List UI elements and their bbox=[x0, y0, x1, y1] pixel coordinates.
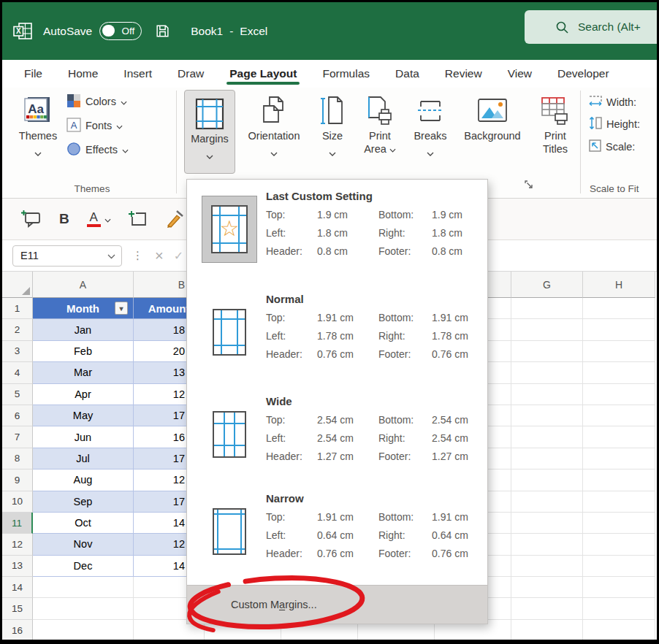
cell[interactable] bbox=[583, 620, 655, 640]
filter-dropdown-icon[interactable]: ▾ bbox=[115, 302, 128, 315]
row-header-1[interactable]: 1 bbox=[2, 298, 33, 319]
cell[interactable] bbox=[511, 598, 583, 619]
cell-month[interactable]: Sep bbox=[33, 491, 134, 513]
excel-app-icon[interactable]: X bbox=[13, 22, 33, 40]
cell[interactable] bbox=[583, 469, 655, 491]
colors-button[interactable]: Colors bbox=[66, 92, 153, 111]
cell[interactable] bbox=[511, 362, 583, 383]
column-header-a[interactable]: A bbox=[33, 272, 134, 298]
cell[interactable] bbox=[511, 620, 583, 640]
table-header-month[interactable]: Month▾ bbox=[33, 298, 134, 319]
cell[interactable] bbox=[583, 556, 655, 577]
scale-control[interactable]: Scale: bbox=[588, 139, 657, 155]
cell[interactable] bbox=[583, 341, 655, 362]
height-control[interactable]: Height: bbox=[588, 116, 657, 132]
cell-month[interactable]: Jan bbox=[33, 319, 134, 340]
cell-month[interactable]: Nov bbox=[33, 534, 134, 555]
cell[interactable] bbox=[583, 448, 655, 469]
row-header-11-active[interactable]: 11 bbox=[2, 513, 33, 534]
cell-month[interactable]: Apr bbox=[33, 384, 134, 405]
cell[interactable] bbox=[583, 298, 655, 319]
tab-insert[interactable]: Insert bbox=[122, 60, 153, 88]
cell[interactable] bbox=[583, 491, 655, 513]
cell[interactable] bbox=[583, 598, 655, 619]
tab-view[interactable]: View bbox=[506, 60, 533, 88]
cell[interactable] bbox=[583, 577, 655, 598]
format-painter-icon[interactable] bbox=[165, 210, 184, 229]
row-header-2[interactable]: 2 bbox=[2, 319, 33, 340]
row-header-12[interactable]: 12 bbox=[2, 534, 33, 555]
custom-margins-item[interactable]: Custom Margins... bbox=[187, 585, 487, 624]
select-all-corner[interactable] bbox=[2, 272, 33, 298]
bold-button[interactable]: B bbox=[59, 211, 69, 227]
cell[interactable] bbox=[511, 534, 583, 555]
cell[interactable] bbox=[583, 426, 655, 448]
cell-month[interactable]: Feb bbox=[33, 341, 134, 362]
cell[interactable] bbox=[511, 319, 583, 340]
cell-month[interactable]: May bbox=[33, 405, 134, 426]
insert-cells-icon[interactable] bbox=[129, 210, 148, 228]
tab-formulas[interactable]: Formulas bbox=[321, 60, 371, 88]
row-header-13[interactable]: 13 bbox=[2, 556, 33, 577]
column-header-h[interactable]: H bbox=[583, 272, 655, 298]
cell[interactable] bbox=[511, 469, 583, 491]
menu-option-wide[interactable]: Wide Top:2.54 cmBottom:2.54 cm Left:2.54… bbox=[187, 395, 487, 484]
menu-option-narrow[interactable]: Narrow Top:1.91 cmBottom:1.91 cm Left:0.… bbox=[187, 492, 487, 581]
font-color-button[interactable]: A bbox=[87, 211, 111, 227]
row-header-5[interactable]: 5 bbox=[2, 384, 33, 405]
cell-month[interactable]: Aug bbox=[33, 469, 134, 491]
tab-draw[interactable]: Draw bbox=[176, 60, 205, 88]
cell[interactable] bbox=[583, 384, 655, 405]
cell[interactable] bbox=[583, 362, 655, 383]
cell[interactable] bbox=[583, 513, 655, 534]
cell[interactable] bbox=[511, 341, 583, 362]
tab-home[interactable]: Home bbox=[66, 60, 99, 88]
cell[interactable] bbox=[583, 319, 655, 340]
cell[interactable] bbox=[511, 513, 583, 534]
menu-option-last-custom-setting[interactable]: ☆ Last Custom Setting Top:1.9 cmBottom:1… bbox=[187, 190, 487, 279]
cell-month[interactable]: Oct bbox=[33, 513, 134, 534]
fonts-button[interactable]: A Fonts bbox=[66, 116, 153, 135]
cell[interactable] bbox=[511, 448, 583, 469]
effects-button[interactable]: Effects bbox=[66, 140, 153, 159]
cell[interactable] bbox=[511, 405, 583, 426]
row-header-10[interactable]: 10 bbox=[2, 491, 33, 513]
width-control[interactable]: Width: bbox=[588, 95, 657, 110]
row-header-14[interactable]: 14 bbox=[2, 577, 33, 598]
cell[interactable] bbox=[583, 405, 655, 426]
tab-page-layout[interactable]: Page Layout bbox=[228, 60, 298, 88]
autosave-toggle[interactable]: Off bbox=[99, 22, 142, 40]
cell[interactable] bbox=[33, 577, 134, 598]
themes-button[interactable]: Aa Themes bbox=[9, 88, 66, 198]
row-header-16[interactable]: 16 bbox=[2, 620, 33, 640]
cell[interactable] bbox=[33, 620, 134, 640]
cell[interactable] bbox=[511, 384, 583, 405]
chevron-down-icon[interactable] bbox=[107, 249, 115, 262]
row-header-9[interactable]: 9 bbox=[2, 469, 33, 491]
cell[interactable] bbox=[511, 491, 583, 513]
print-titles-button[interactable]: Print Titles bbox=[531, 88, 579, 198]
cell-month[interactable]: Mar bbox=[33, 362, 134, 383]
row-header-4[interactable]: 4 bbox=[2, 362, 33, 383]
tab-data[interactable]: Data bbox=[394, 60, 421, 88]
search-box[interactable]: Search (Alt+ bbox=[525, 10, 657, 44]
enter-icon[interactable]: ✓ bbox=[174, 249, 183, 263]
row-header-6[interactable]: 6 bbox=[2, 405, 33, 426]
cancel-icon[interactable]: × bbox=[155, 248, 164, 264]
new-comment-icon[interactable] bbox=[21, 210, 42, 229]
row-header-7[interactable]: 7 bbox=[2, 426, 33, 448]
menu-option-normal[interactable]: Normal Top:1.91 cmBottom:1.91 cm Left:1.… bbox=[187, 293, 487, 382]
row-header-15[interactable]: 15 bbox=[2, 598, 33, 619]
row-header-8[interactable]: 8 bbox=[2, 448, 33, 469]
cell-month[interactable]: Jul bbox=[33, 448, 134, 469]
tab-file[interactable]: File bbox=[23, 60, 44, 88]
tab-review[interactable]: Review bbox=[443, 60, 484, 88]
column-header-g[interactable]: G bbox=[511, 272, 583, 298]
cell[interactable] bbox=[33, 598, 134, 619]
cell-month[interactable]: Jun bbox=[33, 426, 134, 448]
cell[interactable] bbox=[511, 556, 583, 577]
margins-button[interactable]: Margins bbox=[184, 90, 235, 174]
cell[interactable] bbox=[511, 298, 583, 319]
cell-month[interactable]: Dec bbox=[33, 556, 134, 577]
save-icon[interactable] bbox=[155, 23, 170, 39]
